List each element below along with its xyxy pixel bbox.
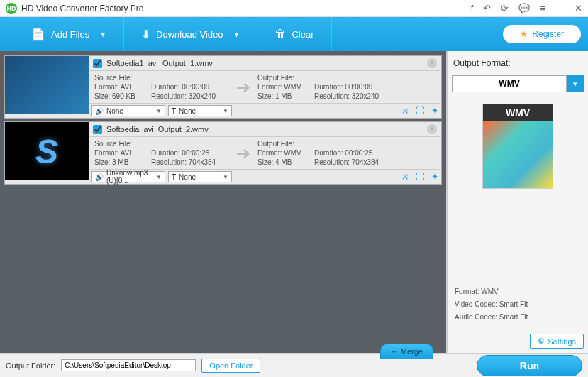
output-label: Output File:: [257, 140, 314, 148]
source-resolution: Resolution: 320x240: [151, 92, 229, 100]
crop-icon[interactable]: ⛶: [416, 172, 424, 182]
output-size: Size: 4 MB: [257, 158, 314, 166]
register-label: Register: [532, 29, 564, 39]
download-video-button[interactable]: ⬇ Download Video ▼: [124, 17, 257, 51]
add-files-button[interactable]: 📄 Add Files ▼: [14, 17, 124, 51]
source-size: Size: 690 KB: [94, 92, 151, 100]
crop-icon[interactable]: ⛶: [416, 106, 424, 116]
register-button[interactable]: ★ Register: [503, 25, 581, 43]
arrow-icon: ➔: [229, 143, 257, 163]
arrow-icon: ➔: [229, 77, 257, 97]
chevron-down-icon: ▼: [156, 174, 162, 180]
format-value: WMV: [452, 75, 567, 92]
caret-down-icon: ▼: [99, 31, 106, 38]
file-body: Source File: Format: AVI Size: 690 KB Du…: [89, 71, 441, 103]
meta-format: Format: WMV: [455, 285, 581, 298]
subtitle-value: None: [179, 173, 196, 181]
file-body: Source File: Format: AVI Size: 3 MB Dura…: [89, 137, 441, 169]
download-video-label: Download Video: [156, 29, 223, 40]
file-header: Softpedia1_avi_Output_1.wmv ×: [89, 56, 441, 71]
toolbar: 📄 Add Files ▼ ⬇ Download Video ▼ 🗑 Clear…: [0, 17, 588, 51]
remove-file-icon[interactable]: ×: [427, 58, 437, 68]
chevron-down-icon: ▼: [223, 108, 228, 114]
video-thumbnail[interactable]: S: [5, 122, 89, 180]
settings-label: Settings: [548, 337, 576, 346]
output-col-1: Output File: Format: WMV Size: 4 MB: [257, 140, 314, 166]
merge-button[interactable]: ↔ Merge: [380, 344, 433, 359]
output-format: Format: WMV: [257, 83, 314, 91]
source-col-1: Source File: Format: AVI Size: 3 MB: [94, 140, 151, 166]
effects-icon[interactable]: ✦: [431, 172, 438, 182]
output-duration: Duration: 00:00:25: [314, 149, 392, 157]
format-select: WMV ▾: [452, 75, 584, 92]
output-format-panel: Output Format: WMV ▾ WMV Format: WMV Vid…: [446, 51, 588, 353]
undo-icon[interactable]: ↶: [483, 3, 491, 13]
titlebar: HD HD Video Converter Factory Pro f ↶ ⟳ …: [0, 0, 588, 17]
meta-video-codec: Video Codec: Smart Fit: [455, 298, 581, 311]
facebook-icon[interactable]: f: [471, 3, 474, 13]
source-col-2: Duration: 00:00:25 Resolution: 704x384: [151, 140, 229, 166]
source-col-1: Source File: Format: AVI Size: 690 KB: [94, 74, 151, 100]
chevron-down-icon: ▼: [223, 174, 228, 180]
gear-icon: ⚙: [538, 337, 545, 346]
settings-button[interactable]: ⚙ Settings: [530, 334, 584, 349]
output-label: Output File:: [257, 74, 314, 82]
meta-audio-codec: Audio Codec: Smart Fit: [455, 311, 581, 324]
subtitle-dropdown[interactable]: T None▼: [168, 105, 232, 116]
format-preview-icon[interactable]: WMV: [482, 104, 553, 189]
file-action-icons: ⤮ ⛶ ✦: [401, 106, 438, 116]
thumb-letter: S: [35, 132, 58, 171]
output-duration: Duration: 00:00:09: [314, 83, 392, 91]
format-picture: [483, 121, 553, 188]
output-col-2: Duration: 00:00:09 Resolution: 320x240: [314, 74, 392, 100]
file-item: Softpedia1_avi_Output_1.wmv × Source Fil…: [4, 55, 442, 119]
audio-value: Unknow mp3 (U)[0...: [106, 169, 153, 185]
app-title: HD Video Converter Factory Pro: [21, 4, 471, 13]
output-size: Size: 1 MB: [257, 92, 314, 100]
menu-icon[interactable]: ≡: [540, 3, 545, 13]
output-resolution: Resolution: 320x240: [314, 92, 392, 100]
output-resolution: Resolution: 704x384: [314, 158, 392, 166]
output-col-2: Duration: 00:00:25 Resolution: 704x384: [314, 140, 392, 166]
output-format-heading: Output Format:: [452, 55, 584, 71]
clear-label: Clear: [292, 29, 314, 40]
open-folder-button[interactable]: Open Folder: [201, 359, 260, 373]
output-folder-label: Output Folder:: [6, 361, 55, 370]
output-format: Format: WMV: [257, 149, 314, 157]
file-footer: 🔊 None▼ T None▼ ⤮ ⛶ ✦: [89, 103, 441, 118]
source-label: Source File:: [94, 140, 151, 148]
caret-down-icon: ▼: [233, 31, 240, 38]
file-checkbox[interactable]: [93, 59, 102, 68]
file-details: Softpedia1_avi_Output_1.wmv × Source Fil…: [89, 56, 441, 118]
source-duration: Duration: 00:00:25: [151, 149, 229, 157]
file-name: Softpedia_avi_Output_2.wmv: [106, 125, 209, 133]
source-label: Source File:: [94, 74, 151, 82]
audio-dropdown[interactable]: 🔊 None▼: [91, 105, 165, 116]
output-folder-input[interactable]: [61, 359, 196, 371]
file-list: Softpedia1_avi_Output_1.wmv × Source Fil…: [0, 51, 446, 353]
add-file-icon: 📄: [31, 28, 45, 41]
file-action-icons: ⤮ ⛶ ✦: [401, 172, 438, 182]
chat-icon[interactable]: 💬: [518, 3, 530, 13]
subtitle-dropdown[interactable]: T None▼: [168, 171, 232, 182]
effects-icon[interactable]: ✦: [431, 106, 438, 116]
source-resolution: Resolution: 704x384: [151, 158, 229, 166]
minimize-icon[interactable]: —: [555, 3, 565, 13]
subtitle-value: None: [179, 107, 196, 115]
clear-button[interactable]: 🗑 Clear: [257, 17, 331, 51]
shuffle-icon[interactable]: ⤮: [401, 172, 409, 182]
format-meta: Format: WMV Video Codec: Smart Fit Audio…: [452, 281, 584, 328]
audio-dropdown[interactable]: 🔊 Unknow mp3 (U)[0...▼: [91, 171, 165, 182]
sync-icon[interactable]: ⟳: [501, 3, 509, 13]
remove-file-icon[interactable]: ×: [427, 124, 437, 134]
video-thumbnail[interactable]: [5, 56, 89, 114]
add-files-label: Add Files: [51, 29, 89, 40]
close-icon[interactable]: ✕: [575, 3, 582, 13]
format-dropdown-button[interactable]: ▾: [567, 75, 584, 92]
file-name: Softpedia1_avi_Output_1.wmv: [106, 59, 213, 67]
file-checkbox[interactable]: [93, 125, 102, 134]
source-format: Format: AVI: [94, 83, 151, 91]
shuffle-icon[interactable]: ⤮: [401, 106, 409, 116]
run-button[interactable]: Run: [477, 355, 582, 376]
app-logo: HD: [6, 3, 17, 14]
